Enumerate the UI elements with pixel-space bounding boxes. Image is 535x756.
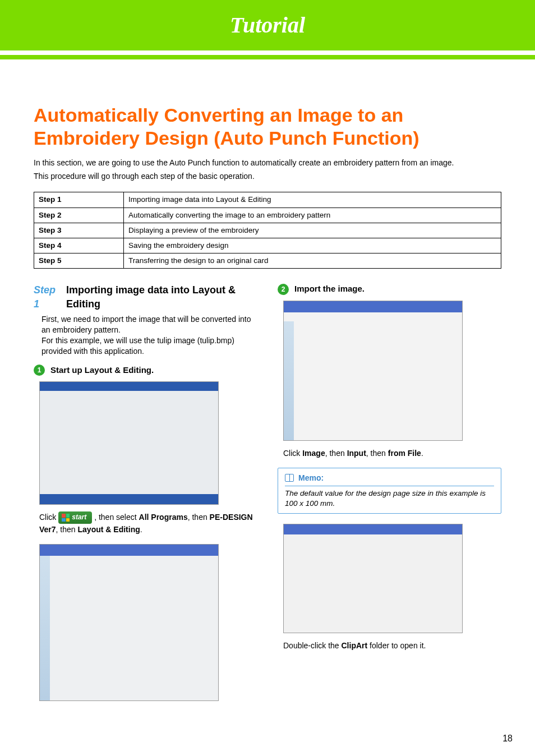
intro-paragraph-2: This procedure will go through each step…	[34, 171, 501, 182]
instruction-clipart: Double-click the ClipArt folder to open …	[278, 640, 501, 651]
clipart-folder: ClipArt	[342, 641, 368, 650]
table-row: Step 1 Importing image data into Layout …	[34, 192, 501, 208]
txt: Double-click the	[283, 641, 342, 650]
menu-image: Image	[302, 449, 325, 458]
book-icon	[285, 474, 294, 482]
step-desc: Saving the embroidery design	[124, 238, 501, 253]
badge-1: 1	[34, 365, 45, 376]
step1-para1: First, we need to import the image that …	[41, 314, 257, 335]
table-row: Step 5 Transferring the design to an ori…	[34, 253, 501, 269]
step-label: Step 5	[34, 253, 124, 269]
step1-title: Importing image data into Layout & Editi…	[66, 283, 257, 311]
step-label: Step 3	[34, 223, 124, 238]
step1-label: Step 1	[34, 283, 62, 311]
memo-body: The default value for the design page si…	[285, 488, 494, 509]
windows-logo-icon	[62, 514, 70, 522]
step-label: Step 2	[34, 208, 124, 223]
intro-paragraph-1: In this section, we are going to use the…	[34, 158, 501, 168]
table-row: Step 3 Displaying a preview of the embro…	[34, 223, 501, 238]
badge-2: 2	[278, 284, 289, 295]
layout-editing: Layout & Editing	[78, 525, 140, 534]
step-label: Step 4	[34, 238, 124, 253]
step-desc: Transferring the design to an original c…	[124, 253, 501, 269]
memo-box: Memo: The default value for the design p…	[278, 468, 501, 514]
page-title: Automatically Converting an Image to an …	[34, 104, 501, 150]
txt: , then	[366, 449, 388, 458]
screenshot-start-menu	[39, 381, 219, 505]
table-row: Step 4 Saving the embroidery design	[34, 238, 501, 253]
step-label: Step 1	[34, 192, 124, 208]
step-desc: Importing image data into Layout & Editi…	[124, 192, 501, 208]
txt: Click	[39, 513, 58, 522]
site-title: Tutorial	[230, 10, 305, 40]
screenshot-import-menu	[283, 301, 463, 441]
sub2-text: Import the image.	[294, 283, 365, 294]
txt: .	[421, 449, 423, 458]
txt: , then select	[94, 513, 139, 522]
step1-para2: For this example, we will use the tulip …	[41, 335, 257, 357]
sub1-text: Start up Layout & Editing.	[50, 365, 154, 376]
txt: , then	[188, 513, 210, 522]
start-label: start	[72, 513, 86, 522]
txt: .	[140, 525, 142, 534]
start-button: start	[58, 511, 92, 523]
all-programs: All Programs	[139, 513, 188, 522]
memo-label: Memo:	[298, 473, 324, 483]
instruction-start-menu: Click start , then select All Programs, …	[34, 511, 257, 535]
txt: , then	[56, 525, 78, 534]
menu-from-file: from File	[388, 449, 421, 458]
steps-table: Step 1 Importing image data into Layout …	[34, 192, 501, 269]
screenshot-layout-editing	[39, 544, 219, 701]
table-row: Step 2 Automatically converting the imag…	[34, 208, 501, 223]
menu-input: Input	[347, 449, 366, 458]
screenshot-open-dialog	[283, 524, 463, 633]
txt: , then	[325, 449, 347, 458]
right-column: 2 Import the image. Click Image, then In…	[278, 283, 501, 708]
step-desc: Displaying a preview of the embroidery	[124, 223, 501, 238]
step-desc: Automatically converting the image to an…	[124, 208, 501, 223]
page-number: 18	[502, 732, 513, 745]
txt: Click	[283, 449, 302, 458]
txt: folder to open it.	[367, 641, 426, 650]
left-column: Step 1 Importing image data into Layout …	[34, 283, 257, 708]
header: Tutorial	[0, 0, 535, 50]
instruction-import: Click Image, then Input, then from File.	[278, 448, 501, 459]
